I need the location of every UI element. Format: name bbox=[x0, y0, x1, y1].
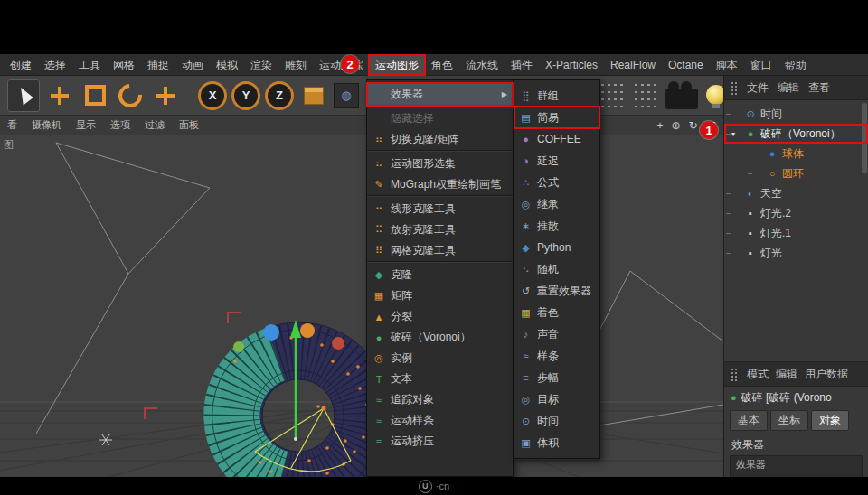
menu-option[interactable]: ▲ 分裂 ▶ bbox=[367, 306, 513, 327]
object-row[interactable]: ▾ ● 破碎（Voronoi） bbox=[724, 124, 868, 144]
last-used-tool-button[interactable] bbox=[150, 80, 181, 111]
menu-option[interactable]: ≈ 追踪对象 ▶ bbox=[367, 389, 513, 410]
submenu-option[interactable]: ♪ 声音 bbox=[514, 323, 599, 345]
menu-item[interactable]: 脚本 bbox=[710, 55, 744, 75]
submenu-option[interactable]: ◎ 目标 bbox=[514, 388, 599, 410]
menu-item[interactable]: 选择 bbox=[38, 55, 72, 75]
submenu-option[interactable]: ◆ Python bbox=[514, 237, 599, 258]
panel-menu-item[interactable]: 模式 bbox=[747, 367, 769, 382]
menu-item[interactable]: 网格 bbox=[107, 55, 141, 75]
coordinate-system-button[interactable] bbox=[298, 80, 329, 111]
menu-option[interactable]: ⠿ 网格克隆工具 ▶ bbox=[367, 240, 513, 262]
menu-item[interactable]: 插件 bbox=[505, 55, 539, 75]
menu-item[interactable]: 运动图形 bbox=[369, 55, 425, 75]
menu-item[interactable]: 工具 bbox=[72, 55, 107, 75]
panel-menu-item[interactable]: 编辑 bbox=[778, 80, 799, 96]
menu-item[interactable]: 动画 bbox=[175, 55, 210, 75]
render-view-button[interactable]: ◍ bbox=[334, 83, 359, 108]
menu-item[interactable]: X-Particles bbox=[539, 55, 604, 75]
menu-item[interactable]: 帮助 bbox=[778, 55, 813, 75]
menu-item[interactable]: 流水线 bbox=[459, 55, 505, 75]
menu-option[interactable]: 隐藏选择 ▶ bbox=[367, 108, 513, 129]
menu-option[interactable]: ⠒ 线形克隆工具 ▶ bbox=[367, 199, 513, 219]
menu-item[interactable]: 捕捉 bbox=[141, 55, 175, 75]
move-tool-button[interactable] bbox=[44, 80, 75, 111]
object-row[interactable]: ▾ ◐ 天空 bbox=[724, 183, 868, 203]
submenu-option[interactable]: ▣ 体积 bbox=[514, 432, 599, 453]
panel-grip-icon[interactable] bbox=[731, 368, 739, 381]
menu-option[interactable]: ◆ 克隆 ▶ bbox=[367, 265, 513, 285]
menu-item[interactable]: 雕刻 bbox=[278, 55, 313, 75]
menu-option[interactable]: ⠶ 切换克隆/矩阵 ▶ bbox=[367, 129, 513, 151]
expand-caret-icon[interactable]: ▾ bbox=[731, 130, 741, 138]
panel-menu-item[interactable]: 文件 bbox=[747, 80, 769, 96]
menu-item[interactable]: 模拟 bbox=[210, 55, 244, 75]
menu-item[interactable]: 创建 bbox=[4, 55, 38, 75]
viewport-nav-icon[interactable]: + bbox=[657, 120, 664, 131]
viewport-menu-item[interactable]: 面板 bbox=[172, 118, 206, 132]
panel-menu-item[interactable]: 用户数据 bbox=[805, 367, 848, 382]
viewport-3d[interactable]: 图 bbox=[0, 135, 723, 477]
attribute-tab[interactable]: 坐标 bbox=[770, 410, 808, 431]
object-row[interactable]: ▾ ▪ 灯光.2 bbox=[724, 203, 868, 223]
submenu-option[interactable]: ∴ 公式 bbox=[514, 172, 599, 193]
menu-option[interactable]: ≈ 运动样条 ▶ bbox=[367, 410, 513, 431]
menu-option[interactable]: ● 破碎（Voronoi） ▶ bbox=[367, 327, 513, 348]
object-row[interactable]: ▾ ⊙ 时间 bbox=[724, 104, 868, 124]
viewport-menu-item[interactable]: 过滤 bbox=[137, 118, 172, 132]
object-row[interactable]: ▾ ▪ 灯光.1 bbox=[724, 223, 868, 243]
camera-icon[interactable] bbox=[665, 89, 698, 109]
object-row[interactable]: ▾ ▪ 灯光 bbox=[724, 243, 868, 263]
viewport-menu-item[interactable]: 看 bbox=[0, 118, 24, 132]
panel-menu-item[interactable]: 查看 bbox=[808, 80, 830, 96]
menu-item[interactable]: 渲染 bbox=[244, 55, 278, 75]
submenu-option[interactable]: ↺ 重置效果器 bbox=[514, 280, 599, 302]
object-icon: ⊙ bbox=[744, 108, 757, 120]
submenu-option[interactable]: ⣿ 群组 bbox=[514, 85, 599, 107]
scale-tool-button[interactable] bbox=[80, 80, 110, 111]
submenu-option-icon: ∴ bbox=[519, 177, 533, 189]
menu-option[interactable]: T 文本 ▶ bbox=[367, 369, 513, 389]
viewport-menu-item[interactable]: 选项 bbox=[103, 118, 137, 132]
submenu-option[interactable]: ∗ 推散 bbox=[514, 215, 599, 237]
panel-grip-icon[interactable] bbox=[731, 81, 739, 95]
select-tool-button[interactable] bbox=[7, 79, 40, 112]
menu-option[interactable]: 效果器 ▶ bbox=[367, 83, 513, 106]
snap-grid-icon[interactable] bbox=[632, 79, 657, 110]
attribute-tab[interactable]: 基本 bbox=[730, 410, 768, 431]
submenu-option[interactable]: ▤ 简易 bbox=[514, 107, 599, 128]
object-row[interactable]: ▾ ○ 圆环 bbox=[724, 163, 868, 183]
attribute-tab[interactable]: 对象 bbox=[811, 410, 849, 431]
submenu-option[interactable]: ◎ 继承 bbox=[514, 193, 599, 215]
viewport-nav-icon[interactable]: ⊕ bbox=[672, 120, 681, 131]
menu-option[interactable]: ◎ 实例 ▶ bbox=[367, 348, 513, 369]
axis-lock-button[interactable]: X bbox=[198, 81, 227, 110]
viewport-menu-item[interactable]: 显示 bbox=[69, 118, 103, 132]
object-row[interactable]: ▾ ● 球体 bbox=[724, 144, 868, 163]
menu-option[interactable]: ⠦ 运动图形选集 ▶ bbox=[367, 154, 513, 174]
menu-option[interactable]: ⠭ 放射克隆工具 ▶ bbox=[367, 219, 513, 240]
submenu-option[interactable]: ▦ 着色 bbox=[514, 302, 599, 323]
menu-item[interactable]: Octane bbox=[662, 55, 710, 75]
menu-item[interactable]: 窗口 bbox=[744, 55, 778, 75]
menu-option[interactable]: ▦ 矩阵 ▶ bbox=[367, 285, 513, 306]
menu-option[interactable]: ✎ MoGraph权重绘制画笔 ▶ bbox=[367, 174, 513, 196]
axis-lock-button[interactable]: Z bbox=[265, 81, 294, 110]
array-tools-icon[interactable] bbox=[599, 79, 624, 110]
panel-menu-item[interactable]: 编辑 bbox=[776, 367, 797, 382]
menu-item[interactable]: 角色 bbox=[425, 55, 459, 75]
rotate-tool-button[interactable] bbox=[115, 80, 146, 111]
submenu-option[interactable]: ⊙ 时间 bbox=[514, 410, 599, 432]
submenu-option[interactable]: ≈ 样条 bbox=[514, 345, 599, 367]
menu-item[interactable]: RealFlow bbox=[604, 55, 662, 75]
viewport-nav-icon[interactable]: ↻ bbox=[689, 120, 698, 131]
menu-option-icon: ⠭ bbox=[372, 224, 386, 236]
submenu-option[interactable]: ● COFFEE bbox=[514, 128, 599, 150]
submenu-option[interactable]: ⠢ 随机 bbox=[514, 258, 599, 280]
submenu-option[interactable]: ◑ 延迟 bbox=[514, 150, 599, 172]
object-icon: ▪ bbox=[744, 248, 757, 258]
menu-option[interactable]: ≡ 运动挤压 ▶ bbox=[367, 431, 513, 452]
axis-lock-button[interactable]: Y bbox=[231, 81, 260, 110]
submenu-option[interactable]: ≡ 步幅 bbox=[514, 367, 599, 388]
viewport-menu-item[interactable]: 摄像机 bbox=[24, 118, 69, 132]
